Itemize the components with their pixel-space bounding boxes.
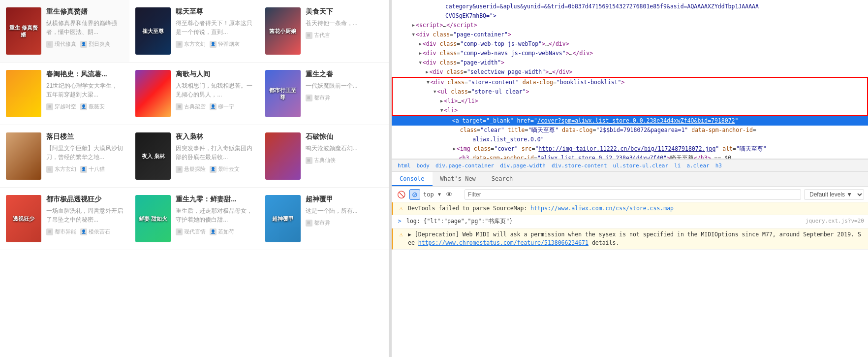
code-line[interactable]: category&userid=&aplus&yunid=&&trid=0b83…: [392, 2, 868, 11]
deprecation-link[interactable]: https://www.chromestatus.com/feature/513…: [418, 239, 589, 246]
book-author: 👤 楼依苦石: [80, 228, 110, 235]
devtools-tab-console[interactable]: Console: [392, 172, 433, 186]
book-title: 离歌与人间: [176, 70, 253, 79]
breadcrumb-item[interactable]: div.page-container: [434, 162, 496, 170]
sourcemap-link[interactable]: https://www.aliwx.com.cn/css/store.css.m…: [530, 205, 674, 212]
code-line[interactable]: aliwx.list_store.0.0": [392, 135, 868, 144]
book-item[interactable]: 石破惊仙 鸣天沧波颜魔石幻... ⊞ 古典仙侠: [259, 125, 389, 188]
code-line[interactable]: <a target="_blank" href="/cover?spm=aliw…: [392, 116, 868, 126]
book-meta: ⊞ 现代言情 👤 若如荷: [176, 228, 253, 235]
code-line[interactable]: ▼<ul class="store-ul clear">: [392, 87, 868, 97]
book-author: 👤 景叶云文: [210, 165, 240, 173]
book-item[interactable]: 重生 修真赘婿 重生修真赘婿 纵横修真界和仙界的巅峰强者，懂中医法、阴... ⊞…: [0, 0, 129, 63]
breadcrumb-item[interactable]: html: [396, 162, 413, 170]
console-message: ⚠DevTools failed to parse SourceMap: htt…: [392, 202, 868, 215]
book-info: 春闺艳史：风流薯... 21世纪的心理学女大学生，五年前穿越到大梁... ⊞ 穿…: [46, 70, 124, 110]
msg-source: jquery.ext.js?v=20: [806, 217, 864, 226]
book-author: 👤 十八猫: [80, 165, 105, 173]
breadcrumb-bar: html body div.page-container div.page-wi…: [392, 159, 868, 172]
book-author: 👤 烈日炎炎: [80, 40, 110, 48]
console-errors-toggle[interactable]: ⊘: [409, 189, 420, 200]
console-dropdown-arrow[interactable]: ▼: [438, 192, 441, 197]
book-desc: 一代妖魔眼前一个...: [306, 81, 383, 90]
code-line[interactable]: ▶<div class="selectview page-width">…</d…: [392, 67, 868, 77]
book-genre: ⊞ 都市异: [306, 219, 330, 227]
devtools-panel: category&userid=&aplus&yunid=&&trid=0b83…: [392, 0, 868, 357]
genre-label: 都市异: [314, 94, 330, 101]
book-item[interactable]: 离歌与人间 入我相思门，知我相思苦。一见倾心的男人，... ⊞ 古典架空 👤 柳…: [129, 63, 259, 125]
code-line[interactable]: ▼<div class="store-content" data-clog="b…: [392, 77, 868, 87]
cover-title: 都市行王至尊: [267, 87, 299, 101]
console-message: >log: {"lt":"page","pg":"书库页"}jquery.ext…: [392, 215, 868, 228]
author-label: 楼依苦石: [89, 228, 110, 235]
genre-icon: ⊞: [176, 103, 183, 110]
genre-icon: ⊞: [46, 228, 53, 235]
book-info: 重生九零：鲜妻甜... 重生后，赶走那对极品母女，守护着她的傻白甜... ⊞ 现…: [176, 195, 253, 235]
info-icon: >: [396, 217, 403, 225]
book-title: 落日楼兰: [46, 132, 124, 141]
book-item[interactable]: 春闺艳史：风流薯... 21世纪的心理学女大学生，五年前穿越到大梁... ⊞ 穿…: [0, 63, 129, 125]
author-icon: 👤: [210, 166, 217, 173]
book-item[interactable]: 都市行王至尊 重生之眷 一代妖魔眼前一个... ⊞ 都市异: [259, 63, 389, 125]
cover-title: 超神覆甲: [267, 215, 299, 222]
book-desc: 因突发事件，打入毒贩集团内部的卧底在最后收...: [176, 144, 253, 162]
breadcrumb-item[interactable]: a.clear: [684, 162, 711, 170]
book-item[interactable]: 鲜妻 甜如火 重生九零：鲜妻甜... 重生后，赶走那对极品母女，守护着她的傻白甜…: [129, 188, 259, 250]
console-eye-button[interactable]: 👁: [444, 189, 455, 200]
code-line[interactable]: ▼<div class="page-container">: [392, 30, 868, 39]
book-desc: 入我相思门，知我相思苦。一见倾心的男人，...: [176, 81, 253, 99]
console-filter-input[interactable]: [465, 189, 801, 200]
breadcrumb-item[interactable]: div.page-width: [498, 162, 548, 170]
book-info: 都市极品透视狂少 一场血腥洗礼，周哲意外开启了吊坠之中的秘密... ⊞ 都市异能…: [46, 195, 124, 235]
breadcrumb-item[interactable]: ul.store-ul.clear: [611, 162, 671, 170]
book-cover: 透视狂少: [6, 195, 41, 242]
book-title: 喋天至尊: [176, 7, 253, 16]
genre-icon: ⊞: [46, 166, 53, 173]
code-line[interactable]: <h3 data-spm-anchor-id="aliwx.list_store…: [392, 154, 868, 159]
breadcrumb-item[interactable]: li: [672, 162, 682, 170]
author-label: 若如荷: [218, 228, 234, 235]
genre-label: 穿越时空: [55, 103, 76, 110]
code-line[interactable]: ▶<div class="comp-web-top js-webTop">…</…: [392, 39, 868, 49]
cover-title: 透视狂少: [8, 215, 40, 222]
devtools-tab-search[interactable]: Search: [484, 172, 521, 186]
book-item[interactable]: 菌花小厨娘 美食天下 苍天待他一条命，... ⊞ 古代言: [259, 0, 389, 63]
code-line[interactable]: class="clear" title="嘀天至尊" data-clog="2$…: [392, 126, 868, 135]
book-item[interactable]: 落日楼兰 【阿里文学巨献】大漠风沙切刀，曾经的繁华之地... ⊞ 东方玄幻 👤 …: [0, 125, 129, 188]
devtools-tab-what's-new[interactable]: What's New: [433, 172, 484, 186]
book-meta: ⊞ 现代修真 👤 烈日炎炎: [46, 40, 124, 48]
book-item[interactable]: 超神覆甲 超神覆甲 这是一个陆，所有... ⊞ 都市异: [259, 188, 389, 250]
breadcrumb-item[interactable]: h3: [713, 162, 724, 170]
devtools-code-area[interactable]: category&userid=&aplus&yunid=&&trid=0b83…: [392, 0, 868, 159]
code-line[interactable]: ▼<li>: [392, 106, 868, 116]
cover-title: 崔大至尊: [137, 28, 169, 34]
code-line[interactable]: ▶<script>…</script>: [392, 21, 868, 30]
book-cover: 超神覆甲: [265, 195, 301, 242]
code-line[interactable]: ▼<div class="page-width">: [392, 58, 868, 67]
code-line[interactable]: ▶<li>…</li>: [392, 97, 868, 106]
book-desc: 纵横修真界和仙界的巅峰强者，懂中医法、阴...: [46, 19, 124, 36]
book-genre: ⊞ 东方玄幻: [46, 165, 76, 173]
console-levels-select[interactable]: Default levels ▼: [804, 189, 864, 200]
author-icon: 👤: [210, 103, 217, 110]
book-meta: ⊞ 都市异: [306, 219, 383, 227]
book-desc: 一场血腥洗礼，周哲意外开启了吊坠之中的秘密...: [46, 206, 124, 224]
book-item[interactable]: 崔大至尊 喋天至尊 得至尊心者得天下！原本这只是一个传说，直到... ⊞ 东方玄…: [129, 0, 259, 63]
console-clear-button[interactable]: 🚫: [396, 189, 406, 200]
book-meta: ⊞ 都市异: [306, 94, 383, 101]
code-line[interactable]: CVOSgEK7mhBQ=">: [392, 11, 868, 21]
genre-label: 古典仙侠: [314, 157, 336, 164]
book-cover: [135, 70, 171, 117]
code-line[interactable]: ▶<img class="cover" src="http://img-tail…: [392, 144, 868, 154]
book-author: 👤 轻弹烟灰: [210, 40, 240, 48]
book-title: 重生之眷: [306, 70, 383, 79]
book-item[interactable]: 透视狂少 都市极品透视狂少 一场血腥洗礼，周哲意外开启了吊坠之中的秘密... ⊞…: [0, 188, 129, 250]
warning-icon: ⚠: [397, 204, 405, 212]
book-item[interactable]: 夜入 枭林 夜入枭林 因突发事件，打入毒贩集团内部的卧底在最后收... ⊞ 悬疑…: [129, 125, 259, 188]
book-list-panel: 重生 修真赘婿 重生修真赘婿 纵横修真界和仙界的巅峰强者，懂中医法、阴... ⊞…: [0, 0, 389, 357]
breadcrumb-item[interactable]: div.store-content: [550, 162, 609, 170]
book-cover: [6, 132, 41, 180]
book-cover: 鲜妻 甜如火: [135, 195, 171, 242]
breadcrumb-item[interactable]: body: [415, 162, 432, 170]
code-line[interactable]: ▶<div class="comp-web-navs js-comp-webNa…: [392, 49, 868, 58]
